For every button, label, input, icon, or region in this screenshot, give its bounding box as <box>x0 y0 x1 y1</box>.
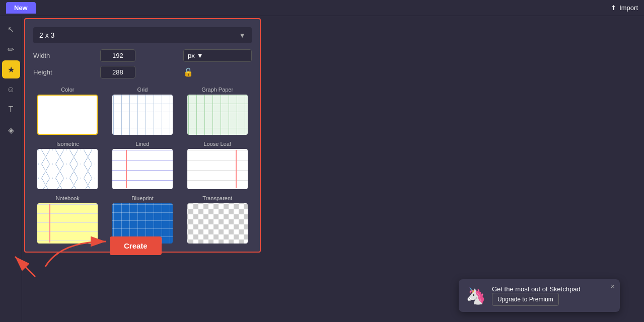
unit-selector[interactable]: px ▼ <box>183 49 252 62</box>
paper-type-color[interactable]: Color <box>33 87 102 135</box>
sidebar-icon-star[interactable]: ★ <box>2 60 20 78</box>
paper-transparent-label: Transparent <box>202 195 232 201</box>
unit-value: px <box>188 52 195 59</box>
import-icon: ⬆ <box>611 4 616 12</box>
paper-notebook-label: Notebook <box>56 195 80 201</box>
height-label: Height <box>33 68 96 76</box>
lock-icon[interactable]: 🔓 <box>183 67 252 77</box>
paper-type-graphpaper[interactable]: Graph Paper <box>183 87 252 135</box>
left-sidebar: ↖ ✏ ★ ☺ T ◈ <box>0 16 22 322</box>
create-button[interactable]: Create <box>110 236 162 255</box>
paper-color-thumb <box>37 95 98 135</box>
paper-isometric-label: Isometric <box>56 141 79 147</box>
tab-new[interactable]: New <box>6 2 36 14</box>
unicorn-mascot: 🦄 <box>466 286 486 305</box>
height-input[interactable] <box>100 66 135 78</box>
paper-color-label: Color <box>61 87 74 93</box>
unit-chevron-icon: ▼ <box>197 52 203 59</box>
paper-type-transparent[interactable]: Transparent <box>183 195 252 244</box>
sidebar-icon-text[interactable]: T <box>2 101 20 119</box>
sidebar-icon-emoji[interactable]: ☺ <box>2 80 20 99</box>
paper-type-grid: Color Grid Graph Paper Isometric Lined L… <box>33 87 252 244</box>
size-preset-label: 2 x 3 <box>39 31 54 39</box>
paper-lined-label: Lined <box>136 141 150 147</box>
notification-close-button[interactable]: × <box>611 282 615 290</box>
paper-type-looseleaf[interactable]: Loose Leaf <box>183 141 252 189</box>
paper-transparent-thumb <box>187 203 248 244</box>
import-label: Import <box>619 4 638 12</box>
paper-isometric-thumb <box>37 149 98 189</box>
width-input[interactable] <box>100 49 135 62</box>
paper-blueprint-label: Blueprint <box>131 195 153 201</box>
paper-type-notebook[interactable]: Notebook <box>33 195 102 244</box>
width-label: Width <box>33 52 96 59</box>
paper-type-grid[interactable]: Grid <box>108 87 177 135</box>
import-button[interactable]: ⬆ Import <box>611 4 638 12</box>
paper-type-lined[interactable]: Lined <box>108 141 177 189</box>
paper-looseleaf-thumb <box>187 149 248 189</box>
paper-type-isometric[interactable]: Isometric <box>33 141 102 189</box>
notification-popup: × 🦄 Get the most out of Sketchpad Upgrad… <box>459 279 620 312</box>
sidebar-icon-cursor[interactable]: ↖ <box>2 20 20 38</box>
paper-graphpaper-thumb <box>187 95 248 135</box>
paper-grid-label: Grid <box>137 87 148 93</box>
sidebar-icon-eraser[interactable]: ✏ <box>2 40 20 58</box>
chevron-down-icon: ▼ <box>239 31 246 39</box>
paper-looseleaf-label: Loose Leaf <box>203 141 231 147</box>
size-preset-selector[interactable]: 2 x 3 ▼ <box>33 27 252 43</box>
top-bar-left: New <box>6 2 36 14</box>
paper-lined-thumb <box>112 149 173 189</box>
sidebar-icon-fill[interactable]: ◈ <box>2 121 20 139</box>
top-bar: New ⬆ Import <box>0 0 644 16</box>
paper-graphpaper-label: Graph Paper <box>201 87 233 93</box>
new-panel: 2 x 3 ▼ Width px ▼ Height 🔓 Color Grid G… <box>24 18 261 253</box>
paper-notebook-thumb <box>37 203 98 244</box>
paper-grid-thumb <box>112 95 173 135</box>
upgrade-button[interactable]: Upgrade to Premium <box>492 293 559 306</box>
dimensions-section: Width px ▼ Height 🔓 <box>33 49 252 78</box>
notification-message: Get the most out of Sketchpad <box>492 285 613 293</box>
notification-content: Get the most out of Sketchpad Upgrade to… <box>492 285 613 306</box>
